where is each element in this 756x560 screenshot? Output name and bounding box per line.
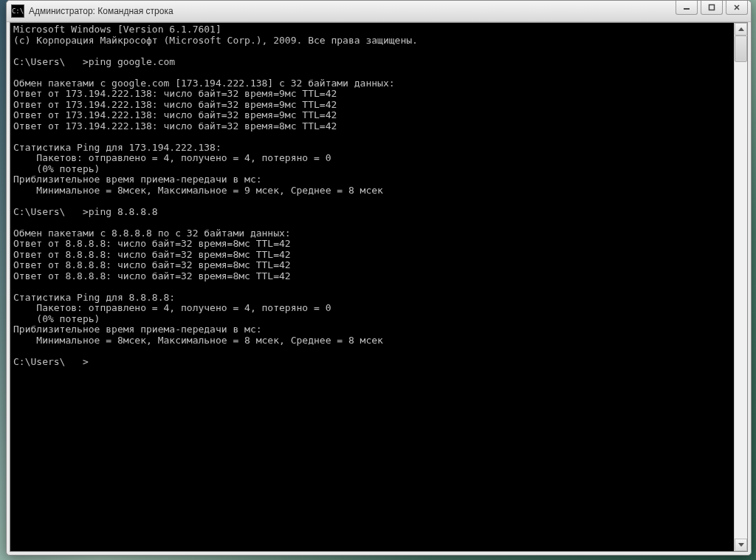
titlebar[interactable]: C:\ Администратор: Командная строка [7, 1, 751, 22]
maximize-icon [708, 4, 715, 11]
command-prompt-window: C:\ Администратор: Командная строка Micr… [6, 0, 752, 556]
scroll-thumb[interactable] [735, 35, 747, 62]
maximize-button[interactable] [701, 1, 723, 15]
window-title: Администратор: Командная строка [29, 6, 173, 16]
chevron-down-icon [738, 543, 744, 547]
close-icon [733, 4, 740, 11]
scroll-down-button[interactable] [735, 539, 747, 551]
svg-rect-1 [709, 5, 715, 10]
scroll-track[interactable] [735, 35, 747, 539]
console-output[interactable]: Microsoft Windows [Version 6.1.7601] (c)… [10, 23, 734, 551]
app-icon: C:\ [11, 4, 24, 18]
minimize-icon [683, 4, 690, 11]
vertical-scrollbar[interactable] [734, 23, 747, 551]
client-area: Microsoft Windows [Version 6.1.7601] (c)… [10, 22, 748, 552]
close-button[interactable] [726, 1, 748, 15]
chevron-up-icon [738, 27, 744, 31]
scroll-up-button[interactable] [735, 23, 747, 35]
window-controls [676, 1, 751, 21]
minimize-button[interactable] [676, 1, 698, 15]
